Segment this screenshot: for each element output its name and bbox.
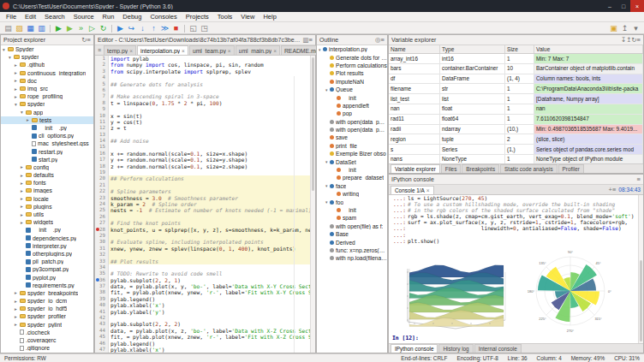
tree-item[interactable]: cli_options.py [1, 132, 93, 139]
menu-tools[interactable]: Tools [213, 13, 237, 21]
step-into-icon[interactable]: ↓ [137, 24, 148, 33]
stop-debug-icon[interactable]: ■ [170, 24, 182, 33]
step-return-icon[interactable]: ↑ [148, 24, 159, 33]
outline-item[interactable]: prepare_dataset [317, 174, 387, 181]
code-line[interactable]: 8t = linspace(0, 1.75 * 2 * pi, 100) [95, 100, 315, 106]
open-file-icon[interactable]: ▨ [14, 24, 25, 33]
outline-item[interactable]: spam [317, 214, 387, 222]
maximize-button[interactable]: □ [617, 0, 630, 12]
close-tab-icon[interactable]: × [273, 48, 277, 54]
code-line[interactable]: 26 [95, 214, 315, 220]
code-line[interactable]: 20## Perform calculations [95, 175, 315, 181]
outline-item[interactable]: with open(file) as f: [317, 223, 387, 230]
code-line[interactable]: 9 [95, 106, 315, 112]
code-line[interactable]: 17y += random.normal(scale=0.1, size=y.s… [95, 157, 315, 163]
code-line[interactable]: 29 [95, 233, 315, 239]
column-header-name[interactable]: Name [389, 45, 440, 53]
editor-tab[interactable]: uml_team.py× [189, 45, 235, 55]
variable-row[interactable]: sSeries(1,)Series object of pandas.core.… [389, 145, 643, 155]
close-tab-icon[interactable]: × [129, 48, 133, 54]
tree-item[interactable]: ▸utils [1, 211, 93, 218]
pane-tab[interactable]: Profiler [558, 164, 584, 173]
run-file-icon[interactable]: ▶ [53, 24, 64, 33]
code-line[interactable]: 4 [95, 74, 315, 80]
code-line[interactable]: 42 [95, 315, 315, 321]
tree-item[interactable]: ▸doc [1, 77, 93, 85]
tree-item[interactable]: ▸continuous_integration [1, 69, 93, 77]
code-line[interactable]: 30# Evaluate spline, including interpola… [95, 239, 315, 245]
outline-item[interactable]: ▾face [317, 182, 387, 190]
code-line[interactable]: 23smoothness = 3.0 # Smoothness paramete… [95, 195, 315, 201]
outline-item[interactable]: __init__ [317, 166, 387, 174]
code-line[interactable]: 40pylab.xlabel('x') [95, 302, 315, 308]
outline-item[interactable]: Perform calculations [317, 62, 387, 69]
code-line[interactable]: 36pylab.subplot(2, 2, 1) [95, 277, 315, 283]
tree-item[interactable]: requirements.py [1, 282, 93, 289]
editor-tab[interactable]: interpolation.py× [137, 45, 188, 55]
browse-working-directory-icon[interactable]: ▣ [608, 24, 619, 33]
variable-row[interactable]: nanfloat1nan [389, 104, 643, 115]
close-tab-icon[interactable]: × [182, 48, 185, 54]
code-line[interactable]: 13 [95, 132, 315, 138]
tree-item[interactable]: __init__.py [1, 124, 93, 132]
continue-execution-icon[interactable]: ≫ [159, 24, 170, 33]
code-line[interactable]: 1import pylab [95, 56, 315, 62]
outline-item[interactable]: with open(data_path + output_file_n... [317, 118, 387, 126]
editor-scrollbar-thumb[interactable] [312, 57, 314, 191]
outline-item[interactable]: print_file [317, 142, 387, 150]
maximize-pane-icon[interactable]: ◱ [188, 24, 199, 33]
options-icon[interactable]: ≡ [309, 36, 313, 44]
pane-tab[interactable]: Static code analysis [500, 164, 557, 173]
breakpoint-icon[interactable] [96, 228, 99, 231]
console-scrollbar[interactable] [638, 195, 643, 343]
code-line[interactable]: 25nests = -1 # Estimate of number of kno… [95, 207, 315, 213]
outline-item[interactable]: Exemple Bizer obso [317, 150, 387, 157]
code-line[interactable]: 39pylab.legend() [95, 296, 315, 302]
debug-file-icon[interactable]: ▶ [115, 24, 126, 33]
menu-projects[interactable]: Projects [182, 13, 213, 21]
close-button[interactable]: × [630, 0, 644, 12]
outline-item[interactable]: with open(data_path + output_file_n... [317, 126, 387, 134]
split-editor-icon[interactable]: ▥ [303, 36, 309, 44]
outline-item[interactable]: Base [317, 230, 387, 238]
code-line[interactable]: 34 [95, 264, 315, 270]
variable-row[interactable]: regiontuple2(slice, slice) [389, 134, 643, 145]
tree-item[interactable]: ▸rope_profiling [1, 92, 93, 100]
variable-row[interactable]: barscontainer.BarContainer10BarContainer… [389, 64, 643, 74]
tree-item[interactable]: ▾app [1, 109, 93, 116]
tree-item[interactable]: mac_stylesheet.qss [1, 139, 93, 147]
tree-item[interactable]: ▸locale [1, 195, 93, 203]
outline-item[interactable]: writing [317, 190, 387, 198]
browse-tabs-icon[interactable]: ≡ [95, 45, 104, 56]
tree-item[interactable]: dependencies.py [1, 234, 93, 242]
console-output[interactable]: ...:ls = LightSource(270, 45)...:# To us… [389, 195, 643, 343]
outline-item[interactable]: pop [317, 110, 387, 117]
console-tab[interactable]: Console 1/A × [391, 186, 434, 194]
variable-row[interactable]: nansNoneType1NoneType object of IPython … [389, 155, 643, 163]
tree-item[interactable]: ▸spyder_io_dcm [1, 297, 93, 305]
code-line[interactable]: 47pylab.xlabel('x') [95, 347, 315, 353]
step-over-icon[interactable]: ↪ [126, 24, 137, 33]
fullscreen-icon[interactable]: ◳ [199, 24, 210, 33]
variable-row[interactable]: radiindarray(10,)Min: 0.4987036518535687… [389, 125, 643, 135]
code-line[interactable]: 46pylab.legend() [95, 341, 315, 347]
menu-consoles[interactable]: Consoles [146, 13, 181, 21]
code-line[interactable]: 15 [95, 144, 315, 150]
column-header-type[interactable]: Type [440, 45, 505, 53]
code-line[interactable]: 44data, = pylab.plot(x, z, 'bo-', label=… [95, 328, 315, 334]
tree-item[interactable]: restart.py [1, 147, 93, 155]
options-icon[interactable]: ≡ [637, 36, 641, 44]
outline-item[interactable]: ▾Queue [317, 86, 387, 93]
code-line[interactable]: 16x += random.normal(scale=0.1, size=x.s… [95, 151, 315, 157]
tree-item[interactable]: ▾spyder [1, 100, 93, 108]
new-file-icon[interactable]: ▤ [3, 24, 14, 33]
code-line[interactable]: 21 [95, 182, 315, 188]
code-line[interactable]: 3from scipy.interpolate import splprep, … [95, 68, 315, 74]
outline-item[interactable]: imputeNaN [317, 78, 387, 86]
run-selection-icon[interactable]: ▷ [86, 24, 98, 33]
menu-run[interactable]: Run [98, 13, 119, 21]
tree-item[interactable]: ▸img_src [1, 85, 93, 92]
menu-debug[interactable]: Debug [118, 13, 146, 21]
tree-item[interactable]: .coveragerc [1, 336, 93, 344]
tree-item[interactable]: ▸spyder_pylint [1, 321, 93, 329]
